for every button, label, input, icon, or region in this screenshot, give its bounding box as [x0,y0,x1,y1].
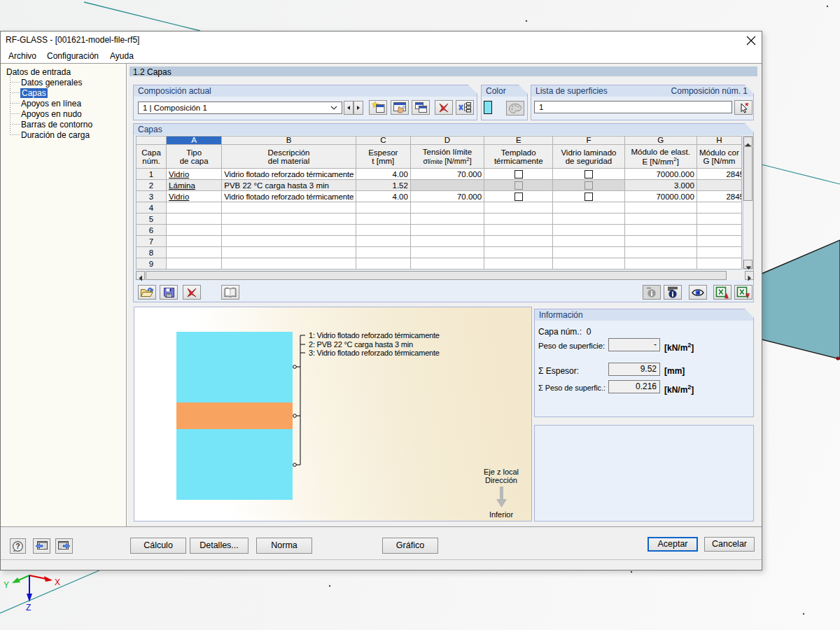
svg-text:Z: Z [26,603,31,612]
svg-text:Y: Y [4,580,9,590]
svg-text:X: X [55,578,60,587]
svg-text:?: ? [15,542,20,550]
